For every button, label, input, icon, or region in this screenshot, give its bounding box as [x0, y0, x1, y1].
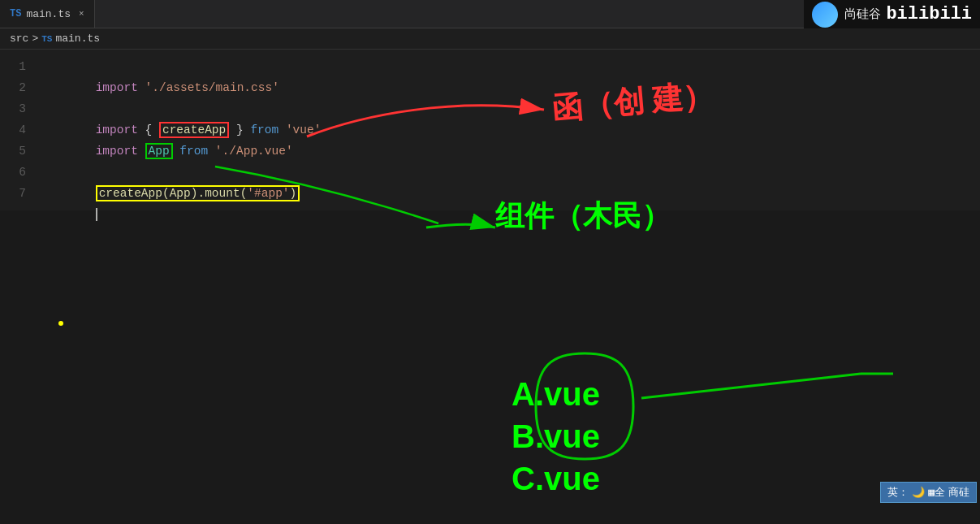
mount-highlight: createApp(App).mount('#app'): [96, 185, 300, 201]
tab-main-ts[interactable]: TS main.ts ×: [0, 0, 95, 28]
status-brand: 商硅: [948, 485, 969, 500]
line-num-4: 4: [0, 119, 39, 141]
line-1: 1 import './assets/main.css': [0, 56, 980, 77]
vue-file-list: A.vue B.vue C.vue: [512, 373, 600, 500]
breadcrumb-separator: >: [32, 32, 38, 45]
tab-filename: main.ts: [26, 8, 71, 20]
vue-file-a: A.vue: [512, 373, 600, 415]
kw-import-4: import: [96, 145, 138, 158]
code-lines: 1 import './assets/main.css' 2 3 import …: [0, 50, 980, 210]
breadcrumb-src: src: [10, 32, 28, 45]
from-4: from: [179, 145, 208, 158]
line-num-7: 7: [0, 183, 39, 204]
kw-import-1: import: [96, 81, 138, 94]
annotation-component: 组件（木民）: [495, 197, 671, 236]
tab-bar: TS main.ts × 尚硅谷 bilibili: [0, 0, 980, 28]
yellow-dot: [58, 321, 63, 326]
line-4: 4 import App from './App.vue': [0, 119, 980, 141]
line-num-3: 3: [0, 98, 39, 119]
breadcrumb: src > TS main.ts: [0, 28, 980, 50]
text-cursor: [96, 208, 97, 221]
breadcrumb-ts-icon: TS: [41, 34, 52, 44]
vue-file-c: C.vue: [512, 457, 600, 500]
breadcrumb-file: main.ts: [55, 32, 100, 45]
branding-text: 尚硅谷: [844, 6, 881, 22]
bottom-section: [0, 305, 980, 524]
str-1: './assets/main.css': [138, 81, 279, 94]
line-num-5: 5: [0, 141, 39, 162]
str-4: './App.vue': [208, 145, 292, 158]
ts-tab-icon: TS: [10, 8, 21, 19]
line-num-1: 1: [0, 56, 39, 77]
tab-close-button[interactable]: ×: [79, 9, 84, 19]
bilibili-logo: bilibili: [886, 4, 972, 24]
status-english: 英：: [887, 485, 909, 500]
line-content-7: [39, 183, 97, 246]
line-num-6: 6: [0, 162, 39, 183]
code-editor: 1 import './assets/main.css' 2 3 import …: [0, 50, 980, 210]
line-6: 6 createApp(App).mount('#app'): [0, 162, 980, 183]
status-grid-icon: ▦全: [928, 485, 945, 500]
line-num-2: 2: [0, 77, 39, 98]
vue-file-b: B.vue: [512, 415, 600, 457]
line-3: 3 import { createApp } from 'vue': [0, 98, 980, 119]
punc-4a: [138, 145, 145, 158]
status-moon-icon: 🌙: [912, 486, 925, 499]
app-highlight: App: [145, 143, 173, 159]
status-panel: 英： 🌙 ▦全 商硅: [880, 482, 977, 503]
